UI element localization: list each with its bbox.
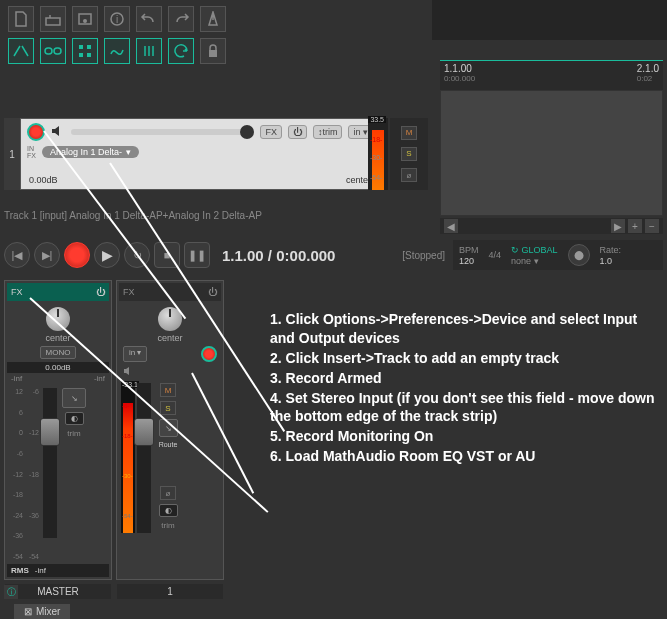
zoom-left-icon[interactable]: ◀: [444, 219, 458, 233]
fx-bypass-icon[interactable]: ⏻: [288, 125, 307, 139]
envelope-icon[interactable]: [104, 38, 130, 64]
record-arm-button[interactable]: [27, 123, 45, 141]
zoom-in-icon[interactable]: +: [628, 219, 642, 233]
rate-value[interactable]: 1.0: [600, 256, 622, 266]
instruction-4: 4. Set Stereo Input (if you don't see th…: [270, 389, 660, 427]
instructions-overlay: 1. Click Options->Preferences->Device an…: [270, 310, 660, 467]
time-marker-bar2: 2.1.0: [637, 63, 659, 74]
trim-label: trim: [67, 429, 80, 438]
instruction-1: 1. Click Options->Preferences->Device an…: [270, 310, 660, 348]
channel-1: FX ⏻ center in ▾ -33.1 -6- -18- -30- -54…: [116, 280, 224, 580]
metronome-icon[interactable]: [200, 6, 226, 32]
ch1-phase[interactable]: ø: [160, 486, 176, 500]
chevron-down-icon: ▾: [126, 147, 131, 157]
mute-button[interactable]: M: [401, 126, 417, 140]
arrange-area[interactable]: [440, 90, 663, 216]
trim-button[interactable]: ↕trim: [313, 125, 343, 139]
zoom-right-icon[interactable]: ▶: [611, 219, 625, 233]
svg-text:i: i: [116, 14, 118, 25]
rms-value: -inf: [35, 566, 46, 575]
track-meter: 33.5 -18- -30- -54-: [368, 118, 388, 190]
svg-rect-11: [209, 50, 217, 57]
track-db: 0.00dB: [29, 175, 58, 185]
ch1-input-dropdown[interactable]: in ▾: [123, 346, 147, 362]
status-line: Track 1 [input] Analog In 1 Delta-AP+Ana…: [4, 210, 262, 221]
time-signature[interactable]: 4/4: [489, 250, 502, 260]
svg-rect-9: [79, 53, 83, 57]
bpm-label: BPM: [459, 245, 479, 255]
undo-icon[interactable]: [136, 6, 162, 32]
group-icon[interactable]: [136, 38, 162, 64]
lock-icon[interactable]: [200, 38, 226, 64]
svg-rect-10: [87, 53, 91, 57]
fx-button[interactable]: FX: [260, 125, 282, 139]
ch1-solo[interactable]: S: [160, 401, 176, 415]
info-small-icon[interactable]: ⓘ: [4, 585, 18, 599]
phase-button[interactable]: ø: [401, 168, 417, 182]
rate-label: Rate:: [600, 245, 622, 255]
transport-state: [Stopped]: [402, 250, 445, 261]
grid-icon[interactable]: [72, 38, 98, 64]
master-pan-knob[interactable]: [46, 307, 70, 331]
output-icon[interactable]: ↘: [62, 388, 86, 408]
goto-end-button[interactable]: ▶|: [34, 242, 60, 268]
link-icon[interactable]: [40, 38, 66, 64]
info-icon[interactable]: i: [104, 6, 130, 32]
master-name[interactable]: MASTER: [5, 584, 111, 599]
goto-start-button[interactable]: |◀: [4, 242, 30, 268]
time-marker-bar: 1.1.00: [444, 63, 475, 74]
fx-power-icon[interactable]: ⏻: [96, 287, 105, 297]
master-peak-r: -inf: [94, 374, 105, 383]
mono-button[interactable]: MONO: [40, 346, 77, 359]
svg-rect-5: [45, 48, 52, 54]
automation-mode[interactable]: none ▾: [511, 256, 558, 266]
fx-power-icon[interactable]: ⏻: [208, 287, 217, 297]
time-marker-time2: 0:02: [637, 74, 659, 83]
master-fader[interactable]: [43, 388, 57, 538]
close-icon[interactable]: ⊠: [24, 606, 32, 617]
ch1-route-label: Route: [159, 441, 178, 448]
ch1-trim-knob[interactable]: ◐: [159, 504, 178, 517]
trim-knob[interactable]: ◐: [65, 412, 84, 425]
volume-slider[interactable]: [71, 129, 254, 135]
redo-icon[interactable]: [168, 6, 194, 32]
track-msr-panel: M S ø: [390, 118, 428, 190]
track-strip: FX ⏻ ↕trim in ▾ IN FX Analog In 1 Delta-…: [20, 118, 380, 190]
master-pan-label: center: [45, 333, 70, 343]
master-scale2: -6-12 -18-36 -54: [25, 388, 41, 560]
time-display[interactable]: 1.1.00 / 0:00.000: [222, 247, 335, 264]
master-fx-slot[interactable]: FX ⏻: [7, 283, 109, 301]
svg-rect-8: [87, 45, 91, 49]
ch1-speaker-icon[interactable]: [123, 366, 135, 378]
new-file-icon[interactable]: [8, 6, 34, 32]
zoom-bar: ◀ ▶ + −: [440, 218, 663, 234]
ch1-mute[interactable]: M: [160, 383, 176, 397]
solo-button[interactable]: S: [401, 147, 417, 161]
time-marker-time: 0:00.000: [444, 74, 475, 83]
ch1-name[interactable]: 1: [117, 584, 223, 599]
pause-button[interactable]: ❚❚: [184, 242, 210, 268]
record-button[interactable]: [64, 242, 90, 268]
bpm-panel: BPM 120 4/4 ↻ GLOBAL none ▾ ⬤ Rate: 1.0: [453, 240, 663, 270]
knob-icon[interactable]: ⬤: [568, 244, 590, 266]
master-db: 0.00dB: [7, 362, 109, 373]
mixer-area: FX ⏻ center MONO 0.00dB -inf -inf 126 0-…: [4, 280, 224, 580]
ch1-pan-label: center: [157, 333, 182, 343]
master-scale: 126 0-6 -12-18 -24-36 -54: [9, 388, 25, 560]
zoom-out-icon[interactable]: −: [645, 219, 659, 233]
instruction-5: 5. Record Monitoring On: [270, 427, 660, 446]
speaker-icon[interactable]: [51, 125, 65, 139]
bpm-value[interactable]: 120: [459, 256, 479, 266]
track-number[interactable]: 1: [4, 118, 20, 190]
ripple-icon[interactable]: [168, 38, 194, 64]
ch1-record-arm[interactable]: [201, 346, 217, 362]
autocrossfade-icon[interactable]: [8, 38, 34, 64]
save-icon[interactable]: [72, 6, 98, 32]
mixer-tab[interactable]: ⊠ Mixer: [14, 604, 70, 619]
open-icon[interactable]: [40, 6, 66, 32]
ch1-meter: -33.1 -6- -18- -30- -54-: [121, 383, 135, 533]
rms-label: RMS: [11, 566, 29, 575]
dark-panel: [432, 0, 667, 40]
timeline-ruler[interactable]: 1.1.00 0:00.000 2.1.0 0:02: [440, 60, 663, 90]
play-button[interactable]: ▶: [94, 242, 120, 268]
